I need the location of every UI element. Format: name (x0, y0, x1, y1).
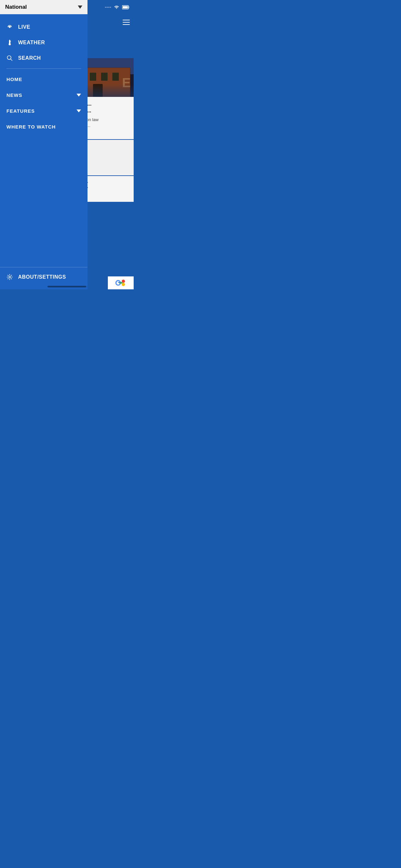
svg-point-37 (9, 27, 11, 28)
home-nav-label: HOME (6, 76, 22, 82)
menu-body: LIVE WEATHER SEARCH HOME (0, 14, 88, 267)
location-dropdown-arrow[interactable] (78, 5, 82, 9)
left-menu: National LIVE WEATHER (0, 0, 88, 289)
menu-item-weather[interactable]: WEATHER (0, 35, 88, 51)
article-time-2: 2... (81, 167, 131, 172)
menu-header: National (0, 0, 88, 14)
svg-line-41 (11, 59, 12, 61)
svg-rect-11 (112, 73, 119, 81)
menu-item-search[interactable]: SEARCH (0, 51, 88, 66)
menu-item-home[interactable]: HOME (0, 71, 88, 87)
thermometer-icon (6, 39, 13, 46)
broadcast-icon (6, 24, 13, 30)
search-icon (6, 55, 13, 61)
home-indicator (48, 286, 86, 287)
menu-item-features[interactable]: FEATURES (0, 103, 88, 119)
news-chevron-icon (76, 94, 81, 97)
google-logo-bar (108, 276, 134, 289)
features-nav-label: FEATURES (6, 108, 35, 114)
battery-icon (122, 5, 130, 9)
article-title-3: A...A... (81, 179, 131, 189)
weather-label: WEATHER (18, 40, 81, 45)
signal-icon (105, 7, 111, 8)
live-label: LIVE (18, 24, 81, 30)
location-label: National (5, 4, 27, 10)
svg-point-42 (9, 276, 11, 278)
wifi-icon (114, 5, 120, 9)
article-excerpt-2: A...R... (81, 155, 131, 165)
svg-rect-1 (123, 6, 128, 8)
search-label: SEARCH (18, 55, 81, 61)
menu-divider-1 (6, 68, 81, 69)
article-title-2: F...S... (81, 143, 131, 154)
svg-rect-10 (101, 73, 107, 81)
menu-item-where-to-watch[interactable]: WHERE TO WATCH (0, 119, 88, 135)
where-to-watch-label: WHERE TO WATCH (6, 124, 56, 129)
menu-item-news[interactable]: NEWS (0, 87, 88, 103)
menu-item-about-settings[interactable]: ABOUT/SETTINGS (6, 271, 81, 283)
news-nav-label: NEWS (6, 92, 22, 98)
svg-rect-39 (9, 40, 10, 43)
about-settings-label: ABOUT/SETTINGS (18, 274, 81, 280)
google-logo (114, 278, 127, 288)
gear-icon (6, 274, 13, 280)
svg-rect-36 (119, 282, 122, 283)
menu-item-live[interactable]: LIVE (0, 20, 88, 35)
features-chevron-icon (76, 110, 81, 113)
svg-rect-9 (90, 73, 96, 81)
hamburger-button[interactable] (123, 20, 130, 25)
